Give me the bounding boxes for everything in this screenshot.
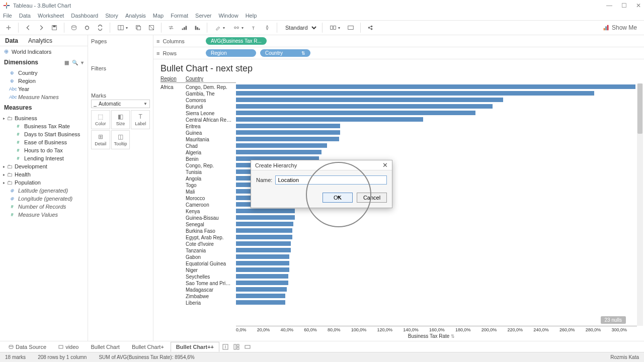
pin-button[interactable] [262, 22, 273, 33]
country-header[interactable]: Country [186, 76, 236, 83]
detail-mark[interactable]: ⊞Detail [91, 130, 110, 149]
duplicate-button[interactable] [133, 22, 144, 33]
country-label[interactable]: Mali [186, 189, 236, 195]
country-label[interactable]: Togo [186, 182, 236, 189]
menu-format[interactable]: Format [171, 13, 188, 19]
menu-worksheet[interactable]: Worksheet [38, 13, 64, 19]
share-button[interactable] [365, 22, 376, 33]
bar[interactable] [236, 241, 291, 246]
bar[interactable] [236, 222, 293, 226]
bar[interactable] [236, 117, 423, 122]
bar[interactable] [236, 84, 635, 89]
country-label[interactable]: Benin [186, 156, 236, 162]
new-datasource-button[interactable] [68, 22, 79, 33]
country-label[interactable]: Zimbabwe [186, 293, 236, 300]
tab-bullet-chart-plus[interactable]: Bullet Chart+ [126, 342, 170, 352]
measure-folder[interactable]: ▸🗀Development [0, 162, 88, 170]
new-dashboard-button[interactable] [231, 342, 242, 351]
sort-desc-button[interactable] [192, 22, 203, 33]
country-label[interactable]: Egypt, Arab Rep. [186, 234, 236, 241]
cancel-button[interactable]: Cancel [357, 193, 387, 203]
bar[interactable] [236, 248, 291, 252]
dimension-item[interactable]: ⊕Country [0, 69, 88, 77]
region-value[interactable]: Africa [160, 84, 186, 90]
refresh-button[interactable] [82, 22, 93, 33]
list-view-icon[interactable]: ▦ [64, 60, 69, 65]
bar[interactable] [236, 228, 292, 233]
new-sheet-button[interactable] [220, 342, 230, 351]
bar[interactable] [236, 209, 295, 213]
bar[interactable] [236, 124, 340, 128]
minimize-button[interactable]: — [606, 2, 612, 9]
dialog-close-button[interactable]: ✕ [382, 161, 388, 169]
country-label[interactable]: Guinea [186, 130, 236, 136]
country-label[interactable]: Angola [186, 175, 236, 182]
menu-help[interactable]: Help [246, 13, 257, 19]
filters-shelf[interactable] [91, 72, 150, 87]
tooltip-mark[interactable]: ◫Tooltip [111, 130, 130, 149]
fit-dropdown[interactable]: Standard [281, 23, 318, 32]
refresh-all-button[interactable] [95, 22, 106, 33]
bar[interactable] [236, 111, 475, 115]
tab-data-source[interactable]: Data Source [3, 342, 52, 352]
menu-story[interactable]: Story [105, 13, 118, 19]
region-header[interactable]: Region [160, 76, 186, 83]
country-label[interactable]: Congo, Dem. Rep. [186, 84, 236, 90]
measure-item[interactable]: #Hours to do Tax [0, 146, 88, 154]
bar[interactable] [236, 137, 339, 141]
show-me-button[interactable]: Show Me [603, 24, 641, 31]
country-label[interactable]: Central African Repu.. [186, 117, 236, 123]
analytics-tab[interactable]: Analytics [23, 35, 57, 46]
show-hide-cards-button[interactable]: ▾ [327, 22, 343, 33]
measure-folder[interactable]: ▸🗀Business [0, 114, 88, 122]
bar[interactable] [236, 281, 288, 285]
vertical-scrollbar[interactable] [637, 83, 643, 326]
show-labels-button[interactable]: T [249, 22, 260, 33]
size-mark[interactable]: ◧Size [111, 110, 130, 129]
country-label[interactable]: Sao Tome and Princi.. [186, 280, 236, 287]
search-icon[interactable]: 🔍 [72, 60, 78, 65]
country-label[interactable]: Niger [186, 267, 236, 274]
mark-type-dropdown[interactable]: ⎯ Automatic ▼ [91, 100, 150, 108]
menu-dashboard[interactable]: Dashboard [71, 13, 98, 19]
save-button[interactable] [49, 22, 60, 33]
bar[interactable] [236, 267, 289, 272]
forward-button[interactable] [36, 22, 47, 33]
bar[interactable] [236, 91, 594, 96]
bar[interactable] [236, 261, 289, 265]
bar[interactable] [236, 143, 327, 148]
bar[interactable] [236, 104, 493, 109]
tableau-logo-icon[interactable] [3, 22, 14, 33]
country-label[interactable]: Senegal [186, 221, 236, 228]
country-label[interactable]: Sierra Leone [186, 110, 236, 117]
dimension-item[interactable]: ⊕Region [0, 77, 88, 85]
bar[interactable] [236, 130, 340, 135]
measure-item[interactable]: ⊕Longitude (generated) [0, 195, 88, 203]
tab-video[interactable]: video [53, 342, 84, 352]
tab-bullet-chart-plusplus[interactable]: Bullet Chart++ [171, 342, 219, 352]
measure-folder[interactable]: ▸🗀Population [0, 178, 88, 187]
bar[interactable] [236, 98, 503, 102]
country-label[interactable]: Madagascar [186, 287, 236, 293]
dimension-item[interactable]: AbcMeasure Names [0, 93, 88, 101]
new-worksheet-button[interactable]: ▾ [114, 22, 131, 33]
measure-item[interactable]: #Business Tax Rate [0, 122, 88, 130]
measure-item[interactable]: #Lending Interest [0, 154, 88, 162]
pages-shelf[interactable] [91, 45, 150, 60]
rows-pill-country[interactable]: Country⇅ [260, 49, 310, 57]
measure-item[interactable]: #Number of Records [0, 203, 88, 211]
menu-server[interactable]: Server [195, 13, 211, 19]
country-label[interactable]: Tunisia [186, 169, 236, 175]
country-label[interactable]: Burundi [186, 104, 236, 110]
bar[interactable] [236, 254, 289, 259]
clear-button[interactable] [146, 22, 157, 33]
nulls-indicator[interactable]: 23 nulls [601, 316, 626, 324]
country-label[interactable]: Cameroon [186, 202, 236, 208]
swap-button[interactable] [166, 22, 177, 33]
bar[interactable] [236, 150, 321, 154]
measure-item[interactable]: #Days to Start Business [0, 130, 88, 138]
country-label[interactable]: Burkina Faso [186, 228, 236, 234]
country-label[interactable]: Equatorial Guinea [186, 260, 236, 267]
bar[interactable] [236, 215, 295, 220]
viz-title[interactable]: Bullet Chart - next step [153, 59, 644, 76]
